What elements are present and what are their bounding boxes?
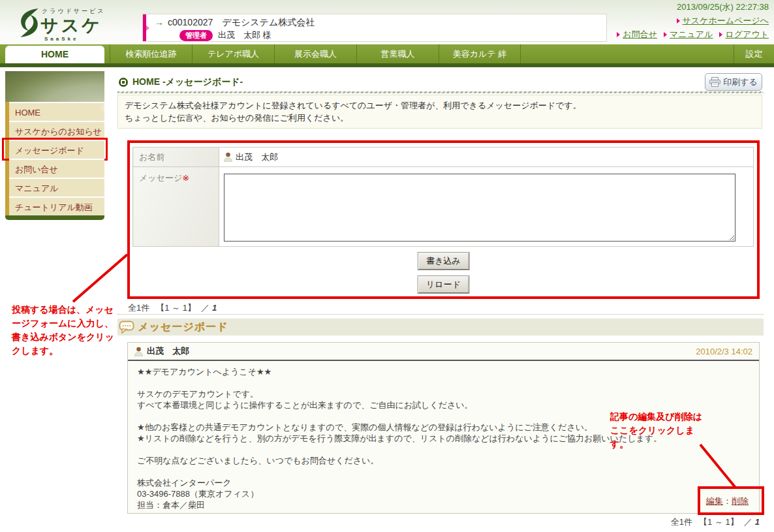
- link-separator: ：: [723, 496, 732, 506]
- tab-home-active[interactable]: HOME: [5, 46, 104, 63]
- post-body-line: 03-3496-7888（東京オフィス）: [137, 488, 750, 499]
- arrow-icon: →: [155, 17, 164, 27]
- reload-button[interactable]: リロード: [418, 276, 469, 293]
- post-body-line: 株式会社インターパーク: [137, 477, 750, 488]
- tab-biyou-karte[interactable]: 美容カルテ 絆: [439, 44, 521, 63]
- name-value-cell: 出茂 太郎: [219, 148, 754, 167]
- toplink-row2: お問合せ マニュアル ログアウト: [617, 29, 769, 40]
- annotation-note-left: 投稿する場合は、メッセージフォームに入力し、書き込みボタンをクリックします。: [12, 303, 116, 358]
- saaske-logo[interactable]: クラウドサービス サスケ SaaSke: [18, 5, 110, 43]
- sidebar-item-home[interactable]: HOME: [9, 102, 104, 121]
- link-arrow-icon: [677, 18, 680, 23]
- user-icon: [134, 347, 143, 356]
- post-timestamp: 2010/2/3 14:02: [696, 347, 752, 356]
- description-box: デモシステム株式会社様アカウントに登録されているすべてのユーザ・管理者が、利用で…: [117, 95, 762, 129]
- name-label: お名前: [133, 148, 219, 167]
- pagination-page: 1: [755, 517, 760, 527]
- link-arrow-icon: [664, 32, 667, 37]
- speech-bubble-icon: [119, 321, 134, 334]
- pagination-top: 全1件【1 ～ 1】／1: [128, 302, 217, 314]
- nav-tabs: 検索順位追跡 テレアポ職人 展示会職人 営業職人 美容カルテ 絆: [110, 44, 521, 63]
- required-mark: ※: [182, 173, 189, 183]
- sidebar-item-manual[interactable]: マニュアル: [9, 178, 104, 196]
- sidebar-item-news[interactable]: サスケからのお知らせ: [9, 121, 104, 140]
- pagination-range: 【1 ～ 1】: [699, 517, 739, 527]
- message-value-cell: [219, 167, 754, 247]
- sidebar-current-arrow-icon: [99, 103, 104, 112]
- main-content: HOME -メッセージボード- 印刷する デモシステム株式会社様アカウントに登録…: [117, 73, 764, 532]
- account-info-box: →c00102027 デモシステム株式会社 管理者 出茂 太郎 様: [142, 14, 607, 42]
- title-bullet-icon: [119, 78, 128, 87]
- tab-settings[interactable]: 設定: [734, 44, 774, 63]
- tab-exhibition[interactable]: 展示会職人: [274, 44, 356, 63]
- top-header: 2013/09/25(水) 22:27:38 クラウドサービス サスケ SaaS…: [0, 0, 774, 44]
- post-header: 出茂 太郎 2010/2/3 14:02: [128, 343, 759, 361]
- board-section-header: メッセージボード: [117, 319, 764, 336]
- print-button[interactable]: 印刷する: [705, 73, 762, 91]
- sidebar-item-inquiry[interactable]: お問い合せ: [9, 159, 104, 178]
- message-textarea[interactable]: [224, 174, 735, 242]
- account-line1: →c00102027 デモシステム株式会社: [155, 17, 315, 29]
- dotted-separator: [117, 314, 764, 315]
- post-body-line: ご不明な点などございましたら、いつでもお問合せください。: [137, 455, 750, 466]
- account-accent-bar: [143, 14, 146, 41]
- account-company: デモシステム株式会社: [222, 17, 315, 27]
- title-separator: [117, 91, 764, 93]
- pagination-range: 【1 ～ 1】: [156, 303, 196, 313]
- account-code: c00102027: [168, 17, 213, 27]
- pagination-slash: ／: [201, 303, 209, 313]
- logo-name: サスケ: [40, 14, 102, 37]
- account-user: 出茂 太郎 様: [218, 29, 271, 41]
- sidebar: HOME サスケからのお知らせ メッセージボード お問い合せ マニュアル チュー…: [5, 71, 104, 220]
- write-button[interactable]: 書き込み: [418, 253, 469, 270]
- link-arrow-icon: [719, 32, 722, 37]
- account-line2: 管理者 出茂 太郎 様: [179, 29, 271, 41]
- toplink-row1: サスケホームページへ: [677, 14, 769, 27]
- saaske-logo-icon: [18, 7, 40, 39]
- form-row-name: お名前 出茂 太郎: [133, 148, 754, 167]
- pagination-bottom: 全1件【1 ～ 1】／1: [671, 516, 760, 528]
- sidebar-artwork: [5, 71, 104, 102]
- name-value: 出茂 太郎: [236, 151, 278, 163]
- page-title-row: HOME -メッセージボード-: [119, 76, 243, 88]
- tab-teleapo[interactable]: テレアポ職人: [192, 44, 274, 63]
- pagination-total: 全1件: [128, 303, 149, 313]
- link-saaske-homepage[interactable]: サスケホームページへ: [677, 16, 769, 25]
- post-form-table: お名前 出茂 太郎 メッセージ※: [132, 147, 754, 247]
- edit-link[interactable]: 編集: [706, 496, 723, 506]
- main-nav: HOME 検索順位追跡 テレアポ職人 展示会職人 営業職人 美容カルテ 絆 設定: [0, 44, 774, 63]
- sidebar-item-tutorial[interactable]: チュートリアル動画: [9, 196, 104, 215]
- annotation-box-form: お名前 出茂 太郎 メッセージ※: [127, 140, 760, 299]
- user-icon: [224, 152, 232, 162]
- sidebar-items: HOME サスケからのお知らせ メッセージボード お問い合せ マニュアル チュー…: [5, 102, 104, 215]
- sidebar-item-messageboard[interactable]: メッセージボード: [9, 140, 104, 159]
- post-body-line: ★★デモアカウントへようこそ★★: [137, 366, 750, 377]
- datetime-display: 2013/09/25(水) 22:27:38: [677, 1, 769, 13]
- form-row-message: メッセージ※: [133, 167, 754, 247]
- post-actions: 編集：削除: [706, 495, 749, 507]
- post-body-line: サスケのデモアカウントです。: [137, 388, 750, 399]
- description-line: デモシステム株式会社様アカウントに登録されているすべてのユーザ・管理者が、利用で…: [125, 99, 755, 112]
- post-body-line: すべて本番環境と同じように操作することが出来ますので、ご自由にお試しください。: [137, 399, 750, 411]
- printer-icon: [709, 77, 720, 87]
- nav-underline: [0, 63, 774, 67]
- logo-romaji: SaaSke: [44, 36, 78, 42]
- page-title: HOME -メッセージボード-: [132, 76, 243, 88]
- link-manual[interactable]: マニュアル: [664, 29, 713, 40]
- tab-search-rank[interactable]: 検索順位追跡: [110, 44, 192, 63]
- message-label: メッセージ※: [133, 167, 219, 247]
- link-contact[interactable]: お問合せ: [617, 29, 657, 40]
- post-body-line: [137, 377, 750, 388]
- delete-link[interactable]: 削除: [732, 496, 749, 506]
- board-section-title: メッセージボード: [138, 319, 228, 336]
- page: 2013/09/25(水) 22:27:38 クラウドサービス サスケ SaaS…: [0, 0, 774, 532]
- annotation-note-right: 記事の編集及び削除はここをクリックします。: [610, 410, 703, 451]
- tab-sales[interactable]: 営業職人: [356, 44, 439, 63]
- link-arrow-icon: [617, 32, 620, 37]
- post-body-line: [137, 466, 750, 477]
- link-logout[interactable]: ログアウト: [719, 29, 769, 40]
- post-author: 出茂 太郎: [147, 345, 189, 357]
- post-body-line: 担当：倉本／柴田: [137, 499, 750, 510]
- description-line: ちょっとした伝言や、お知らせの発信にご利用ください。: [125, 112, 755, 124]
- pagination-page: 1: [212, 303, 217, 313]
